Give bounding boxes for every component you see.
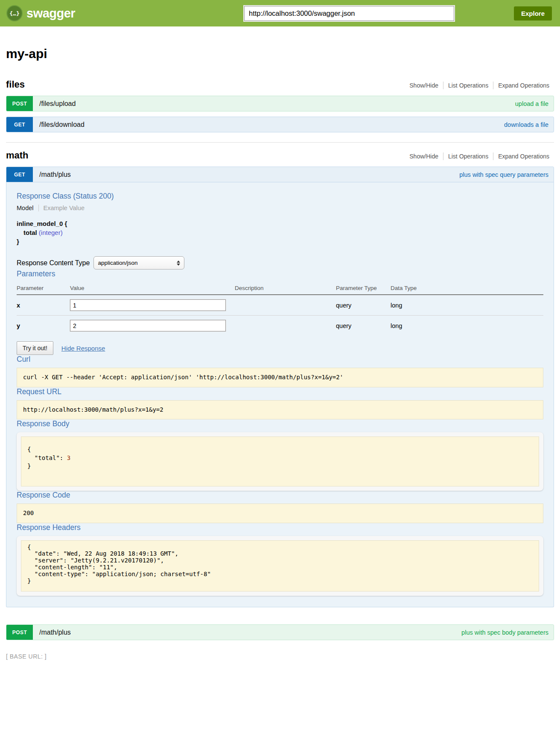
curl-heading: Curl bbox=[17, 355, 543, 364]
param-type: query bbox=[336, 316, 391, 336]
parameters-header-row: Parameter Value Description Parameter Ty… bbox=[17, 282, 543, 295]
response-class-heading: Response Class (Status 200) bbox=[17, 192, 543, 201]
page-content: my-api files Show/Hide List Operations E… bbox=[0, 47, 560, 674]
parameters-heading: Parameters bbox=[17, 269, 543, 278]
page-title: my-api bbox=[6, 47, 554, 61]
section-divider bbox=[6, 142, 554, 143]
tab-model[interactable]: Model bbox=[17, 205, 39, 211]
parameter-row-x: x query long bbox=[17, 295, 543, 316]
response-content-type-label: Response Content Type bbox=[17, 259, 90, 267]
operation-detail-panel: Response Class (Status 200) Model Exampl… bbox=[6, 182, 554, 607]
json-text: { "total": bbox=[27, 446, 67, 461]
selected-content-type: application/json bbox=[98, 260, 137, 266]
model-close: } bbox=[17, 238, 543, 245]
operation-summary: downloads a file bbox=[504, 121, 548, 128]
swagger-braces-icon: {…} bbox=[6, 5, 23, 21]
request-url-block: http://localhost:3000/math/plus?x=1&y=2 bbox=[17, 400, 543, 420]
operation-row-post-files-upload: POST /files/upload upload a file bbox=[6, 96, 554, 111]
json-text: } bbox=[27, 463, 31, 469]
model-tabs: Model Example Value bbox=[17, 205, 543, 211]
model-open: inline_model_0 { bbox=[17, 220, 543, 227]
response-body-container: { "total": 3 } bbox=[17, 432, 543, 491]
response-body-block: { "total": 3 } bbox=[21, 436, 539, 486]
model-signature: inline_model_0 { total (integer) } bbox=[17, 220, 543, 245]
tab-example-value[interactable]: Example Value bbox=[39, 205, 85, 211]
model-property-name: total bbox=[23, 229, 37, 236]
resource-math: math Show/Hide List Operations Expand Op… bbox=[6, 150, 554, 640]
show-hide-link[interactable]: Show/Hide bbox=[409, 153, 438, 160]
list-operations-link[interactable]: List Operations bbox=[448, 82, 488, 89]
param-y-value-input[interactable] bbox=[70, 320, 226, 331]
curl-command-block: curl -X GET --header 'Accept: applicatio… bbox=[17, 368, 543, 387]
param-name: x bbox=[17, 295, 70, 316]
column-value: Value bbox=[70, 282, 235, 295]
method-badge: GET bbox=[6, 117, 33, 132]
list-operations-link[interactable]: List Operations bbox=[448, 153, 488, 160]
response-body-heading: Response Body bbox=[17, 419, 543, 428]
operation-summary: upload a file bbox=[515, 100, 548, 107]
param-description-cell bbox=[235, 295, 336, 316]
operation-row-post-math-plus: POST /math/plus plus with spec body para… bbox=[6, 624, 554, 640]
swagger-url-input[interactable] bbox=[244, 6, 454, 21]
try-it-out-button[interactable]: Try it out! bbox=[17, 341, 53, 355]
param-description-cell bbox=[235, 316, 336, 336]
resource-title-math[interactable]: math bbox=[6, 150, 29, 161]
select-arrows-icon bbox=[177, 261, 180, 266]
method-badge: GET bbox=[6, 167, 33, 182]
operation-path-link[interactable]: /math/plus bbox=[39, 171, 71, 179]
model-property-type: (integer) bbox=[39, 229, 63, 236]
response-headers-container: { "date": "Wed, 22 Aug 2018 18:49:13 GMT… bbox=[17, 536, 543, 596]
operation-heading[interactable]: GET /math/plus plus with spec query para… bbox=[6, 167, 554, 182]
response-code-block: 200 bbox=[17, 504, 543, 523]
operation-heading[interactable]: GET /files/download downloads a file bbox=[6, 117, 554, 132]
column-description: Description bbox=[235, 282, 336, 295]
expand-operations-link[interactable]: Expand Operations bbox=[498, 82, 549, 89]
method-badge: POST bbox=[6, 625, 33, 640]
response-headers-heading: Response Headers bbox=[17, 523, 543, 532]
operation-path-link[interactable]: /math/plus bbox=[39, 629, 71, 636]
resource-files: files Show/Hide List Operations Expand O… bbox=[6, 79, 554, 132]
base-url-label: [ BASE URL: ] bbox=[6, 653, 554, 660]
column-data-type: Data Type bbox=[391, 282, 543, 295]
column-parameter: Parameter bbox=[17, 282, 70, 295]
operation-row-get-files-download: GET /files/download downloads a file bbox=[6, 117, 554, 132]
resource-controls: Show/Hide List Operations Expand Operati… bbox=[405, 152, 554, 160]
operation-summary: plus with spec body parameters bbox=[461, 629, 548, 636]
operation-heading[interactable]: POST /math/plus plus with spec body para… bbox=[6, 624, 554, 640]
json-number-value: 3 bbox=[67, 454, 70, 461]
top-header-bar: {…} swagger Explore bbox=[0, 0, 560, 26]
operation-path-link[interactable]: /files/download bbox=[39, 121, 85, 129]
response-content-type-select[interactable]: application/json bbox=[93, 256, 184, 269]
page-bottom-spacer bbox=[6, 660, 554, 674]
parameters-table: Parameter Value Description Parameter Ty… bbox=[17, 282, 543, 336]
resource-title-files[interactable]: files bbox=[6, 79, 25, 90]
column-parameter-type: Parameter Type bbox=[336, 282, 391, 295]
hide-response-link[interactable]: Hide Response bbox=[61, 345, 105, 352]
operation-path-link[interactable]: /files/upload bbox=[39, 100, 76, 108]
explore-button[interactable]: Explore bbox=[514, 6, 552, 20]
request-url-heading: Request URL bbox=[17, 387, 543, 396]
resource-controls: Show/Hide List Operations Expand Operati… bbox=[405, 82, 554, 89]
operation-summary: plus with spec query parameters bbox=[459, 171, 548, 178]
show-hide-link[interactable]: Show/Hide bbox=[409, 82, 438, 89]
param-type: query bbox=[336, 295, 391, 316]
param-name: y bbox=[17, 316, 70, 336]
swagger-logo[interactable]: {…} swagger bbox=[6, 5, 75, 21]
response-headers-block: { "date": "Wed, 22 Aug 2018 18:49:13 GMT… bbox=[21, 540, 539, 592]
method-badge: POST bbox=[6, 96, 33, 111]
parameter-row-y: y query long bbox=[17, 316, 543, 336]
param-data-type: long bbox=[391, 295, 543, 316]
response-code-heading: Response Code bbox=[17, 491, 543, 500]
param-data-type: long bbox=[391, 316, 543, 336]
operation-heading[interactable]: POST /files/upload upload a file bbox=[6, 96, 554, 111]
param-x-value-input[interactable] bbox=[70, 299, 226, 311]
operation-row-get-math-plus: GET /math/plus plus with spec query para… bbox=[6, 167, 554, 607]
expand-operations-link[interactable]: Expand Operations bbox=[498, 153, 549, 160]
swagger-logo-text: swagger bbox=[26, 6, 75, 20]
